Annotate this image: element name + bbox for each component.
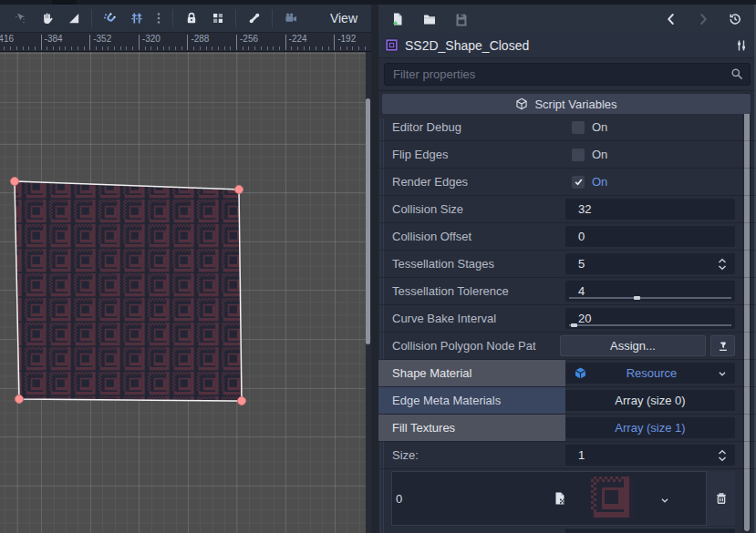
tessellation-tolerence-slider-grabber[interactable] bbox=[634, 296, 640, 300]
snap-icon[interactable] bbox=[97, 6, 123, 30]
viewport-vscroll-grabber[interactable] bbox=[366, 98, 370, 344]
bone-icon[interactable] bbox=[241, 6, 267, 30]
flip-edges-value: On bbox=[565, 141, 735, 168]
ruler-minor-tick bbox=[206, 46, 207, 50]
ruler-minor-tick bbox=[145, 46, 146, 50]
flip-edges-checkbox[interactable] bbox=[572, 149, 585, 161]
curve-bake-interval-slider-track[interactable] bbox=[569, 324, 731, 326]
ruler-minor-tick bbox=[193, 46, 194, 50]
history-forward-icon[interactable] bbox=[691, 7, 715, 31]
tessellation-tolerence-slider-track[interactable] bbox=[569, 297, 731, 299]
load-resource-icon[interactable] bbox=[418, 7, 441, 31]
grid-snap-icon[interactable] bbox=[123, 6, 150, 30]
shape-corner-handle[interactable] bbox=[16, 395, 24, 404]
shape-material-resource-label: Resource bbox=[587, 366, 716, 380]
ruler-label: -256 bbox=[240, 34, 258, 44]
shape-corner-handle[interactable] bbox=[11, 178, 19, 186]
pick-node-icon[interactable] bbox=[710, 335, 735, 356]
collision-polygon-node-pat-value: Assign... bbox=[565, 333, 735, 359]
canvas-toolbar: View bbox=[0, 5, 371, 33]
closed-shape-polygon[interactable] bbox=[15, 181, 242, 401]
tessellation-stages-field[interactable]: 5 bbox=[565, 253, 735, 274]
fill-textures-array-label: Array (size 1) bbox=[565, 421, 735, 435]
tessellation-tolerence-field-value: 4 bbox=[578, 284, 585, 298]
ruler-minor-tick bbox=[96, 46, 97, 50]
section-script-variables[interactable]: Script Variables bbox=[382, 94, 751, 114]
delete-item-button[interactable] bbox=[707, 471, 735, 526]
object-history-icon[interactable] bbox=[723, 7, 747, 31]
ruler-minor-tick bbox=[267, 46, 268, 50]
select-mode-icon[interactable] bbox=[7, 6, 34, 30]
collision-offset-field[interactable]: 0 bbox=[565, 226, 735, 247]
texture-dropdown-icon[interactable] bbox=[658, 494, 671, 507]
fill-textures-label: Fill Textures bbox=[378, 415, 565, 441]
ruler-major-tick bbox=[285, 35, 286, 50]
ruler-minor-tick bbox=[328, 46, 329, 50]
ruler-icon[interactable] bbox=[60, 6, 87, 30]
spinner-updown-icon[interactable] bbox=[716, 448, 729, 463]
ruler-minor-tick bbox=[322, 46, 323, 50]
shape-corner-handle[interactable] bbox=[238, 397, 246, 405]
new-resource-icon[interactable] bbox=[386, 7, 409, 31]
filter-properties-input[interactable] bbox=[384, 63, 751, 86]
collision-polygon-node-pat-label: Collision Polygon Node Pat bbox=[378, 333, 565, 359]
curve-bake-interval-slider-grabber[interactable] bbox=[571, 323, 577, 327]
curve-bake-interval-field-value: 20 bbox=[578, 312, 591, 325]
edge-meta-materials-array-button[interactable]: Array (size 0) bbox=[565, 390, 735, 411]
snap-options-menu-icon[interactable] bbox=[150, 6, 168, 30]
inspector-panel: SS2D_Shape_Closed Script Variables Edito… bbox=[378, 5, 756, 533]
fill-textures-array-button[interactable]: Array (size 1) bbox=[565, 417, 735, 438]
tessellation-stages-field-value: 5 bbox=[578, 257, 585, 271]
canvas-viewport[interactable] bbox=[0, 52, 366, 533]
inspector-title-bar: SS2D_Shape_Closed bbox=[378, 33, 756, 58]
ruler-minor-tick bbox=[224, 46, 225, 50]
panel-divider[interactable] bbox=[371, 5, 378, 533]
editor-debug-checkbox[interactable] bbox=[572, 121, 585, 134]
ruler-major-tick bbox=[236, 35, 237, 50]
property-row-collision-polygon-node-pat: Collision Polygon Node PatAssign... bbox=[378, 333, 756, 360]
ruler-major-tick bbox=[89, 35, 90, 50]
camera-icon[interactable] bbox=[277, 6, 304, 30]
ruler-minor-tick bbox=[4, 46, 5, 50]
view-menu-button[interactable]: View bbox=[325, 9, 363, 27]
ruler-minor-tick bbox=[248, 46, 249, 50]
ruler-minor-tick bbox=[279, 46, 280, 50]
render-edges-value: On bbox=[565, 169, 735, 195]
fill-textures-value: Array (size 1) bbox=[565, 415, 735, 441]
ruler-minor-tick bbox=[59, 46, 60, 50]
curve-bake-interval-field[interactable]: 20 bbox=[565, 308, 735, 329]
ruler-minor-tick bbox=[347, 46, 347, 50]
shape-corner-handle[interactable] bbox=[235, 186, 243, 194]
save-resource-icon[interactable] bbox=[450, 7, 473, 31]
group-icon[interactable] bbox=[204, 6, 231, 30]
render-edges-checkbox-text: On bbox=[592, 175, 607, 189]
texture-preview[interactable] bbox=[591, 477, 635, 520]
editor-debug-value: On bbox=[565, 114, 735, 140]
toolbar-separator bbox=[235, 9, 236, 27]
section-header-label: Script Variables bbox=[534, 97, 616, 111]
array-size-field[interactable]: 1 bbox=[565, 445, 735, 466]
properties-list: Script Variables Editor DebugOnFlip Edge… bbox=[378, 90, 756, 533]
collision-offset-value: 0 bbox=[565, 223, 735, 250]
pan-icon[interactable] bbox=[34, 6, 60, 30]
array-item-index: 0 bbox=[396, 492, 402, 506]
image-texture-icon bbox=[553, 491, 567, 506]
render-edges-checkbox[interactable] bbox=[572, 176, 585, 189]
property-row-collision-offset: Collision Offset0 bbox=[378, 223, 756, 251]
ruler-label: -320 bbox=[142, 34, 161, 44]
spinner-updown-icon[interactable] bbox=[716, 257, 729, 272]
lock-icon[interactable] bbox=[178, 6, 204, 30]
shape-material-resource-picker[interactable]: Resource bbox=[565, 363, 735, 384]
collision-polygon-node-pat-assign-button[interactable]: Assign... bbox=[560, 335, 706, 356]
tessellation-tolerence-field[interactable]: 4 bbox=[565, 281, 735, 302]
property-row-shape-material: Shape MaterialResource bbox=[378, 360, 756, 387]
shape-material-value: Resource bbox=[565, 360, 735, 386]
history-back-icon[interactable] bbox=[659, 7, 683, 31]
ruler-minor-tick bbox=[102, 46, 103, 50]
ruler-major-tick bbox=[334, 35, 335, 50]
ruler-minor-tick bbox=[304, 46, 305, 50]
ruler-minor-tick bbox=[53, 46, 54, 50]
object-tools-icon[interactable] bbox=[734, 38, 749, 53]
collision-size-field[interactable]: 32 bbox=[565, 199, 735, 220]
ruler-minor-tick bbox=[114, 46, 115, 50]
